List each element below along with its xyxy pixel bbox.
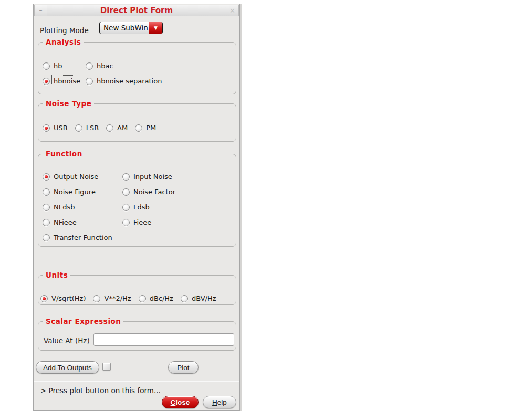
analysis-radio-option[interactable]: hbac: [86, 58, 232, 73]
function-radio-option[interactable]: NFdsb: [43, 199, 122, 215]
dialog-buttons: Close Help: [162, 396, 236, 408]
direct-plot-form-window: – Direct Plot Form ✕ Plotting Mode New S…: [33, 4, 240, 411]
radio-option-label: hbnoise separation: [97, 77, 162, 85]
actions-row: Add To Outputs Plot: [38, 361, 236, 375]
group-noise-type: Noise Type USB LSB AM: [38, 103, 236, 142]
function-radio-option[interactable]: NFieee: [43, 215, 122, 230]
radio-option-label: V**2/Hz: [104, 294, 131, 302]
radio-button-icon[interactable]: [181, 295, 188, 302]
radio-option-label: dBV/Hz: [192, 294, 216, 302]
function-radio-option[interactable]: Fieee: [122, 215, 232, 230]
close-icon: ✕: [230, 7, 235, 15]
plot-button[interactable]: Plot: [168, 361, 199, 374]
group-scalar-expression: Scalar Expression Value At (Hz): [38, 321, 236, 351]
plotting-mode-dropdown[interactable]: New SubWin ▼: [99, 22, 163, 34]
units-options: V/sqrt(Hz) V**2/Hz dBc/Hz dBV/Hz: [40, 291, 232, 306]
radio-button-icon[interactable]: [122, 204, 130, 211]
analysis-radio-option[interactable]: hb: [43, 58, 86, 73]
radio-option-label: Noise Figure: [54, 188, 96, 196]
analysis-radio-option[interactable]: hbnoise separation: [86, 73, 232, 89]
minimize-icon: –: [39, 7, 43, 14]
plotting-mode-row: Plotting Mode New SubWin ▼: [38, 22, 236, 35]
radio-option-label: hbac: [97, 62, 113, 70]
analysis-radio-option[interactable]: hbnoise: [43, 73, 86, 89]
radio-button-icon[interactable]: [43, 219, 50, 226]
radio-button-icon[interactable]: [43, 124, 50, 132]
noise-type-radio-option[interactable]: USB: [43, 120, 68, 135]
group-scalar-expression-title: Scalar Expression: [43, 317, 123, 325]
radio-button-icon[interactable]: [40, 295, 48, 302]
window-title: Direct Plot Form: [47, 5, 226, 16]
add-to-outputs-button[interactable]: Add To Outputs: [36, 361, 99, 374]
group-function: Function Output Noise Input Noise: [38, 154, 236, 247]
function-radio-option[interactable]: Fdsb: [122, 199, 232, 215]
group-units: Units V/sqrt(Hz) V**2/Hz dBc/: [38, 275, 236, 305]
radio-option-label: PM: [146, 124, 156, 132]
analysis-options: hb hbac hbnoise hbnoise separati: [43, 58, 232, 89]
radio-option-label: USB: [54, 124, 68, 132]
radio-option-label: Output Noise: [54, 173, 98, 181]
radio-button-icon[interactable]: [122, 188, 130, 196]
radio-option-label: V/sqrt(Hz): [51, 294, 86, 302]
units-radio-option[interactable]: dBc/Hz: [139, 291, 173, 306]
units-radio-option[interactable]: V/sqrt(Hz): [40, 291, 86, 306]
status-message: > Press plot button on this form...: [38, 386, 236, 395]
radio-button-icon[interactable]: [75, 124, 82, 132]
noise-type-options: USB LSB AM PM: [43, 120, 232, 135]
value-at-hz-input[interactable]: [93, 333, 234, 346]
function-radio-option[interactable]: Noise Figure: [43, 184, 122, 199]
units-radio-option[interactable]: dBV/Hz: [181, 291, 216, 306]
radio-option-label: Fdsb: [133, 203, 150, 211]
radio-button-icon[interactable]: [43, 188, 50, 196]
group-units-title: Units: [43, 271, 70, 279]
radio-option-label: Input Noise: [133, 173, 172, 181]
radio-option-label: AM: [117, 124, 128, 132]
radio-button-icon[interactable]: [43, 173, 50, 181]
form-content: Plotting Mode New SubWin ▼ Analysis hb: [34, 22, 239, 395]
radio-button-icon[interactable]: [122, 219, 130, 226]
noise-type-radio-option[interactable]: AM: [106, 120, 128, 135]
title-bar[interactable]: – Direct Plot Form ✕: [34, 5, 239, 16]
radio-button-icon[interactable]: [93, 295, 100, 302]
radio-button-icon[interactable]: [43, 234, 50, 241]
minimize-button[interactable]: –: [35, 5, 47, 16]
radio-button-icon[interactable]: [43, 78, 50, 85]
close-button[interactable]: ✕: [226, 5, 238, 16]
value-at-hz-label: Value At (Hz): [44, 336, 90, 345]
radio-option-label: Noise Factor: [133, 188, 175, 196]
radio-button-icon[interactable]: [135, 124, 142, 132]
function-radio-option[interactable]: Output Noise: [43, 169, 122, 184]
group-noise-type-title: Noise Type: [43, 99, 94, 108]
plotting-mode-value: New SubWin: [100, 22, 149, 34]
function-options: Output Noise Input Noise Noise Figure: [43, 169, 232, 245]
radio-button-icon[interactable]: [43, 204, 50, 211]
chevron-down-icon[interactable]: ▼: [149, 22, 162, 34]
noise-type-radio-option[interactable]: LSB: [75, 120, 99, 135]
radio-option-label: hb: [54, 62, 62, 70]
radio-option-label: dBc/Hz: [150, 294, 173, 302]
radio-option-label: LSB: [86, 124, 99, 132]
plotting-mode-label: Plotting Mode: [40, 26, 89, 35]
radio-button-icon[interactable]: [86, 62, 93, 70]
radio-button-icon[interactable]: [139, 295, 146, 302]
group-analysis-title: Analysis: [43, 38, 84, 46]
help-button[interactable]: Help: [203, 396, 236, 408]
function-radio-option[interactable]: Input Noise: [122, 169, 232, 184]
units-radio-option[interactable]: V**2/Hz: [93, 291, 131, 306]
radio-button-icon[interactable]: [122, 173, 130, 181]
add-to-outputs-checkbox[interactable]: [102, 363, 111, 371]
radio-button-icon[interactable]: [106, 124, 113, 132]
radio-button-icon[interactable]: [43, 62, 50, 70]
close-dialog-button[interactable]: Close: [162, 396, 199, 408]
group-analysis: Analysis hb hbac hbnoise: [38, 42, 236, 94]
function-radio-option[interactable]: Noise Factor: [122, 184, 232, 199]
radio-option-label: hbnoise: [54, 77, 80, 85]
noise-type-radio-option[interactable]: PM: [135, 120, 156, 135]
function-radio-option[interactable]: Transfer Function: [43, 230, 122, 245]
separator-line: [34, 381, 239, 382]
radio-button-icon[interactable]: [86, 78, 93, 85]
radio-option-label: NFieee: [54, 218, 77, 226]
radio-option-label: Fieee: [133, 218, 151, 226]
radio-option-label: NFdsb: [54, 203, 75, 211]
group-function-title: Function: [43, 150, 85, 158]
